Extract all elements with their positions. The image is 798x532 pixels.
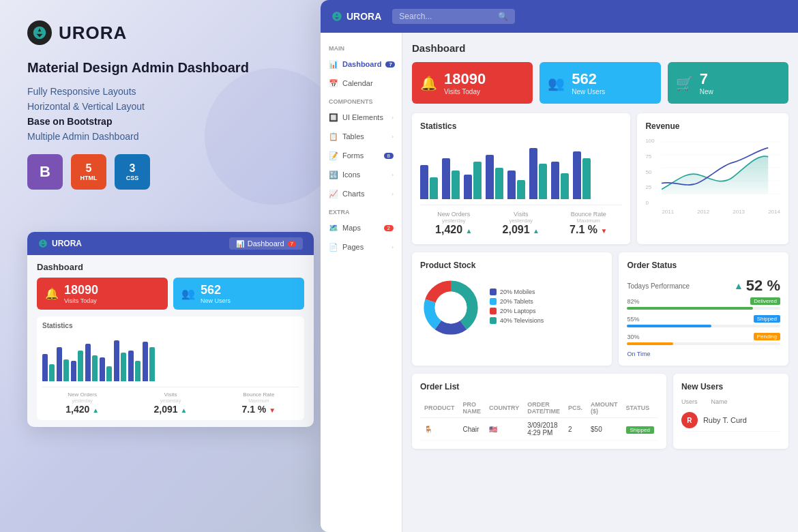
x-label-2014: 2014	[768, 209, 780, 215]
mini-dash-tab: 📊 Dashboard 7	[229, 237, 303, 250]
todays-perf: Todays Performance ▲ 52 %	[627, 277, 780, 295]
name-col-header: Name	[711, 398, 727, 405]
status-bar-pending: 30% Pending	[627, 333, 780, 345]
status-shipped-badge: Shipped	[626, 426, 654, 434]
bootstrap-badge: B	[27, 154, 63, 190]
users-num: 562	[572, 70, 605, 88]
sidebar-item-maps[interactable]: 🗺️ Maps 2	[321, 218, 402, 237]
legend-televisions: 40% Televisions	[500, 317, 544, 324]
mini-stats-footer: New Ordersyesterday 1,420 ▲ Visitsyester…	[42, 387, 299, 415]
brand-name: URORA	[59, 23, 127, 44]
on-time-label: On Time	[627, 351, 780, 357]
y-label-100: 100	[645, 138, 662, 144]
mini-bounce-label: Bounce RateMaximum	[219, 391, 299, 404]
search-box[interactable]: Search... 🔍	[392, 9, 515, 24]
top-brand-name: URORA	[346, 11, 381, 22]
mini-visits-val: 2,091 ▲	[130, 404, 210, 415]
mini-stats-section: Statistics New Ordersyesterday 1,420 ▲	[37, 316, 304, 420]
mini-dash-header: URORA 📊 Dashboard 7	[27, 232, 314, 255]
col-country: Country	[485, 398, 523, 418]
mini-users-label: New Users	[201, 297, 231, 304]
dashboard-badge: 7	[385, 61, 395, 68]
y-label-25: 25	[645, 184, 662, 190]
order-table: Product Pro Name Country Order Date/Time…	[420, 398, 658, 441]
maps-badge: 2	[384, 225, 394, 231]
todays-perf-label: Todays Performance	[627, 282, 690, 290]
users-icon: 👥	[181, 287, 195, 300]
new-users-panel: New Users Users Name R Ruby T. Curd	[673, 374, 788, 449]
dashboard-icon: 📊	[329, 59, 338, 69]
revenue-panel: Revenue 100 75 50 25 0	[637, 113, 788, 244]
dash-layout: Main 📊 Dashboard 7 📅 Calendar Components…	[321, 33, 798, 532]
charts-icon: 📈	[329, 189, 338, 198]
product-icon-cell: 🪑	[420, 418, 459, 441]
sidebar-item-dashboard[interactable]: 📊 Dashboard 7	[321, 55, 402, 74]
up-arrow-icon2: ▲	[533, 227, 540, 235]
tables-icon: 📋	[329, 132, 338, 141]
mini-bounce-val: 7.1 % ▼	[219, 404, 299, 415]
order-status-title: Order Status	[627, 261, 780, 270]
sidebar-item-charts[interactable]: 📈 Charts ›	[321, 184, 402, 203]
col-amount: Amount ($)	[587, 398, 622, 418]
country-cell: 🇺🇸	[485, 418, 523, 441]
feature-item: Fully Responsive Layouts	[27, 86, 286, 97]
new-users-title: New Users	[681, 382, 780, 391]
status-bar-delivered: 82% Delivered	[627, 297, 780, 310]
x-label-2012: 2012	[697, 209, 709, 215]
bounce-val: 7.1 % ▼	[570, 224, 607, 236]
delivered-tag: Delivered	[750, 297, 780, 305]
mini-visits-label2: Visitsyesterday	[130, 391, 210, 404]
stat-cards-row: 🔔 18090 Visits Today 👥 562 New Users 🛒	[412, 62, 788, 104]
brand-logo-icon	[27, 20, 52, 45]
mini-visits-num: 18090	[64, 283, 98, 297]
chevron-right-icon: ›	[391, 191, 394, 197]
sidebar-label-charts: Charts	[342, 190, 364, 198]
sidebar-label-tables: Tables	[342, 132, 364, 141]
top-bar: URORA Search... 🔍	[321, 0, 798, 33]
users-label: New Users	[572, 88, 605, 95]
pcs-cell: 2	[564, 418, 587, 441]
new-label: New	[700, 88, 713, 95]
status-cell: Shipped	[622, 418, 658, 441]
sidebar-label-forms: Forms	[342, 151, 364, 160]
sidebar-item-ui[interactable]: 🔲 UI Elements ›	[321, 108, 402, 127]
top-brand: URORA	[331, 11, 381, 22]
users-col-header: Users	[681, 398, 698, 405]
revenue-x-labels: 2011 2012 2013 2014	[645, 209, 780, 215]
feature-item: Base on Bootstrap	[27, 116, 286, 127]
chevron-right-icon: ›	[391, 115, 394, 121]
sidebar-item-icons[interactable]: 🔣 Icons ›	[321, 165, 402, 184]
user-avatar: R	[681, 412, 698, 428]
sidebar-item-forms[interactable]: 📝 Forms 8	[321, 146, 402, 165]
stock-status-row: Product Stock	[412, 252, 788, 366]
bounce-label: Bounce Rate	[570, 211, 607, 218]
date-cell: 3/09/2018 4:29 PM	[523, 418, 564, 441]
visits-num: 18090	[444, 70, 486, 88]
forms-badge: 8	[384, 153, 394, 159]
sidebar-item-tables[interactable]: 📋 Tables ›	[321, 127, 402, 146]
bell-icon: 🔔	[45, 287, 59, 300]
sidebar-label-maps: Maps	[342, 224, 361, 232]
new-orders-val: 1,420 ▲	[435, 224, 472, 236]
chevron-right-icon: ›	[391, 172, 394, 178]
sidebar-label-icons: Icons	[342, 171, 360, 179]
col-date: Order Date/Time	[523, 398, 564, 418]
chevron-right-icon: ›	[391, 244, 394, 250]
sidebar: Main 📊 Dashboard 7 📅 Calendar Components…	[321, 33, 402, 532]
brand-header: URORA	[27, 20, 286, 45]
sidebar-item-pages[interactable]: 📄 Pages ›	[321, 237, 402, 256]
statistics-chart	[420, 138, 622, 199]
search-placeholder: Search...	[399, 12, 494, 21]
mini-dash-brand-name: URORA	[52, 239, 82, 248]
sidebar-item-calendar[interactable]: 📅 Calendar	[321, 74, 402, 93]
visits-stat-sub: yesterday	[503, 218, 540, 224]
maps-icon: 🗺️	[329, 223, 338, 233]
user-name: Ruby T. Curd	[703, 416, 747, 424]
donut-section: 20% Mobiles 20% Tablets 20% Laptops 40% …	[420, 277, 604, 338]
tech-badges: B 5 HTML 3 CSS	[27, 154, 286, 190]
up-arrow-icon: ▲	[466, 227, 473, 235]
y-label-75: 75	[645, 153, 662, 160]
ui-elements-icon: 🔲	[329, 113, 338, 122]
donut-chart	[420, 277, 482, 338]
statistics-title: Statistics	[420, 121, 622, 131]
